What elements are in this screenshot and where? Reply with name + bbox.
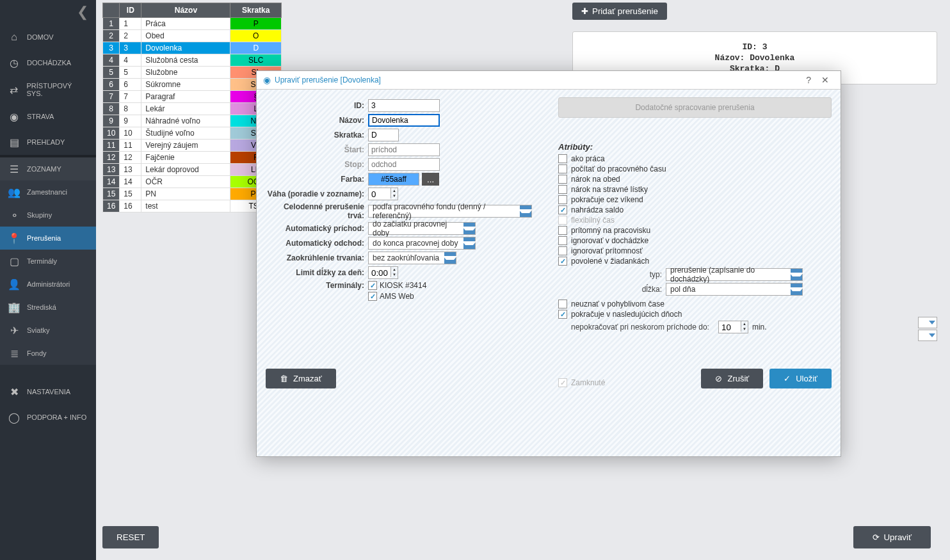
list-icon: ☰ [8, 163, 20, 175]
table-row[interactable]: 33DovolenkaD [103, 42, 282, 54]
nav-nastavenia[interactable]: ✖NASTAVENIA [0, 379, 96, 404]
fullday-select[interactable]: podľa pracovného fondu (denný / referenč… [368, 205, 532, 218]
table-row[interactable]: 66SúkromneSU [103, 79, 282, 91]
home-icon: ⌂ [8, 31, 20, 44]
side-dd-2[interactable] [918, 330, 937, 341]
nav-dochdzka[interactable]: ◷DOCHÁDZKA [0, 50, 96, 76]
pins-icon: 📍 [8, 232, 20, 244]
attr-nahrádza-saldo[interactable]: nahrádza saldo [558, 205, 832, 214]
col-short[interactable]: Skratka [230, 3, 282, 18]
table-row[interactable]: 1515PNPN [103, 188, 282, 200]
support-icon: ◯ [8, 411, 20, 424]
table-row[interactable]: 1313Lekár doprovodLD [103, 164, 282, 176]
building-icon: 🏢 [8, 301, 20, 314]
col-name[interactable]: Názov [141, 3, 230, 18]
auto-out-select[interactable]: do konca pracovnej doby [368, 237, 476, 250]
attr-pokračuje-v-nasledujúcich-dňoch[interactable]: pokračuje v nasledujúcich dňoch [558, 310, 832, 319]
interruptions-table-wrap: ID Názov Skratka 11PrácaP22ObedO33Dovole… [102, 3, 282, 212]
pin-icon: ◉ [263, 75, 271, 85]
color-field[interactable] [368, 173, 419, 186]
dlzka-select[interactable]: pol dňa [666, 283, 803, 296]
nav-fondy[interactable]: ≣Fondy [0, 342, 96, 365]
nav-administrtori[interactable]: 👤Administrátori [0, 273, 96, 296]
dialog-left-form: ID: Názov: Skratka: Štart: Stop: Farba:.… [266, 97, 539, 388]
people-icon: 👥 [8, 186, 20, 198]
access-icon: ⇄ [8, 83, 20, 96]
table-row[interactable]: 11PrácaP [103, 18, 282, 30]
reset-button[interactable]: RESET [102, 526, 159, 548]
rounding-select[interactable]: bez zaokrúhľovania [368, 252, 456, 264]
nav-domov[interactable]: ⌂DOMOV [0, 24, 96, 50]
attr-nárok-na-obed[interactable]: nárok na obed [558, 175, 832, 184]
attr-prítomný-na-pracovisku[interactable]: prítomný na pracovisku [558, 226, 832, 235]
nav-prehady[interactable]: ▤PREHĽADY [0, 129, 96, 155]
add-interruption-button[interactable]: ✚ Pridať prerušenie [572, 3, 667, 20]
terminal-kiosk-checkbox[interactable] [368, 281, 377, 290]
nav-sviatky[interactable]: ✈Sviatky [0, 319, 96, 342]
table-row[interactable]: 1414OČROCR [103, 176, 282, 188]
terminal-amsweb-checkbox[interactable] [368, 292, 377, 301]
nav-terminly[interactable]: ▢Terminály [0, 250, 96, 273]
start-field[interactable] [368, 143, 440, 156]
attr-počítať-do-pracovného-času[interactable]: počítať do pracovného času [558, 164, 832, 173]
nav-prstupovsys[interactable]: ⇄PRÍSTUPOVÝ SYS. [0, 76, 96, 104]
table-row[interactable]: 1212FajčenieF [103, 152, 282, 164]
table-row[interactable]: 99Náhradné voľnoNV [103, 115, 282, 127]
nav-podporainfo[interactable]: ◯PODPORA + INFO [0, 404, 96, 430]
col-id[interactable]: ID [120, 3, 141, 18]
delete-button[interactable]: 🗑 Zmazať [266, 369, 336, 388]
table-row[interactable]: 1616testTST [103, 200, 282, 212]
name-field[interactable] [368, 114, 440, 127]
dialog-header: ◉ Upraviť prerušenie [Dovolenka] ? ✕ [257, 71, 841, 90]
side-dropdowns [918, 317, 937, 341]
check-icon: ✓ [784, 374, 791, 383]
table-row[interactable]: 1111Verejný záujemVZ [103, 140, 282, 152]
cancel-button[interactable]: ⊘ Zrušiť [701, 369, 763, 388]
short-field[interactable] [368, 129, 399, 141]
attr-ignorovať-prítomnosť[interactable]: ignorovať prítomnosť [558, 246, 832, 255]
side-dd-1[interactable] [918, 317, 937, 328]
stop-field[interactable] [368, 158, 440, 171]
typ-select[interactable]: prerušenie (zapísanie do dochádzky) [666, 268, 803, 281]
attr-ignorovať-v-dochádzke[interactable]: ignorovať v dochádzke [558, 236, 832, 245]
col-rownum [103, 3, 120, 18]
attr-ako-práca[interactable]: ako práca [558, 154, 832, 163]
nav-stredisk[interactable]: 🏢Strediská [0, 296, 96, 319]
edit-button[interactable]: ⟳ Upraviť [853, 526, 931, 548]
attr-nárok-na-stravné-lístky[interactable]: nárok na stravné lístky [558, 185, 832, 194]
attr-pokračuje-cez-víkend[interactable]: pokračuje cez víkend [558, 195, 832, 204]
table-row[interactable]: 88LekárL [103, 103, 282, 115]
table-row[interactable]: 77Paragraf§ [103, 91, 282, 103]
reports-icon: ▤ [8, 136, 20, 148]
attr-povolené-v-žiadankách[interactable]: povolené v žiadankách [558, 257, 832, 266]
nepokracovat-spinner[interactable]: ▲▼ [718, 321, 748, 333]
table-row[interactable]: 55SlužobneSL [103, 67, 282, 79]
edit-interruption-dialog: ◉ Upraviť prerušenie [Dovolenka] ? ✕ ID:… [256, 70, 841, 457]
interruptions-table: ID Názov Skratka 11PrácaP22ObedO33Dovole… [102, 3, 282, 212]
groups-icon: ⚬ [8, 209, 20, 221]
auto-in-select[interactable]: do začiatku pracovnej doby [368, 222, 476, 235]
save-button[interactable]: ✓ Uložiť [769, 369, 832, 388]
terminal-icon: ▢ [8, 255, 20, 268]
id-field[interactable] [368, 99, 440, 112]
sidebar-collapse-icon[interactable]: ❮ [0, 0, 96, 24]
help-icon[interactable]: ? [801, 75, 816, 85]
nav-skupiny[interactable]: ⚬Skupiny [0, 204, 96, 227]
color-picker-button[interactable]: ... [422, 173, 439, 186]
table-row[interactable]: 22ObedO [103, 30, 282, 42]
food-icon: ◉ [8, 110, 20, 123]
nav-preruenia[interactable]: 📍Prerušenia [0, 227, 96, 250]
attr-neuznať-v-pohyblivom-čase[interactable]: neuznať v pohyblivom čase [558, 300, 832, 308]
trash-icon: 🗑 [280, 374, 288, 383]
weight-spinner[interactable]: ▲▼ [368, 188, 398, 200]
table-row[interactable]: 1010Študijné voľnoSV [103, 127, 282, 140]
nav-strava[interactable]: ◉STRAVA [0, 104, 96, 129]
nav-zoznamy[interactable]: ☰ZOZNAMY [0, 157, 96, 180]
additional-processing-button[interactable]: Dodatočné spracovanie prerušenia [558, 97, 832, 118]
nav-zamestnanci[interactable]: 👥Zamestnanci [0, 180, 96, 204]
dialog-title: Upraviť prerušenie [Dovolenka] [275, 76, 801, 84]
dialog-footer: 🗑 Zmazať ⊘ Zrušiť ✓ Uložiť [257, 361, 841, 396]
day-limit-spinner[interactable]: ▲▼ [368, 266, 398, 279]
table-row[interactable]: 44Služobná cestaSLC [103, 54, 282, 67]
close-icon[interactable]: ✕ [816, 75, 834, 85]
